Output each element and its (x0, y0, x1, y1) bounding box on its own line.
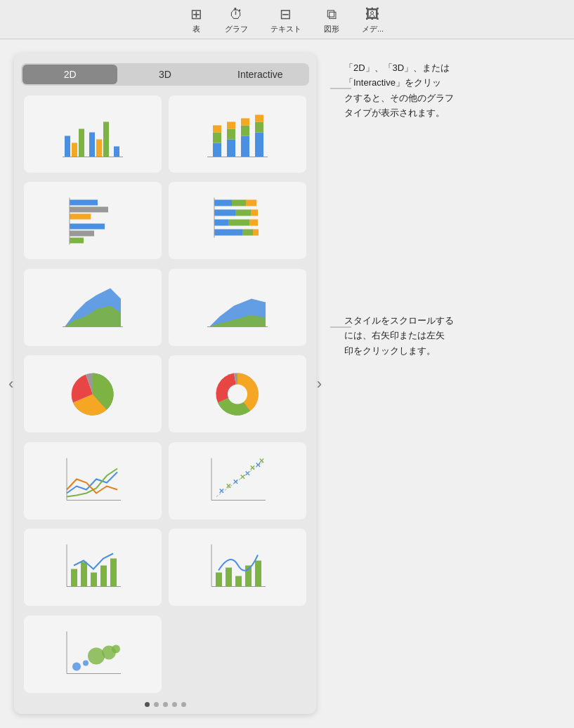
svg-rect-6 (114, 147, 119, 157)
toolbar-table[interactable]: ⊞ 表 (190, 6, 202, 34)
chart-horizontal-bar[interactable] (24, 182, 162, 259)
svg-rect-21 (70, 200, 98, 206)
page-dot-3[interactable] (163, 702, 168, 707)
toolbar-chart[interactable]: ⏱ グラフ (225, 6, 248, 34)
mixed-chart-icon (61, 539, 124, 595)
horizontal-bar-chart-icon (61, 192, 124, 249)
svg-rect-1 (72, 143, 77, 157)
chart-pie[interactable] (24, 355, 162, 432)
stacked-horizontal-bar-chart-icon (206, 192, 269, 249)
scatter-chart-icon: ✕ ✕ ✕ ✕ ✕ ✕ ✕ ✕ (206, 453, 269, 509)
svg-rect-3 (89, 133, 95, 157)
svg-text:✕: ✕ (259, 456, 264, 464)
svg-rect-11 (227, 140, 235, 157)
nav-right-button[interactable]: › (311, 373, 327, 395)
svg-rect-64 (81, 562, 87, 587)
mixed-curve-chart-icon (206, 539, 269, 595)
svg-rect-18 (255, 122, 263, 133)
svg-point-47 (228, 385, 247, 404)
chart-type-tabs: 2D 3D Interactive (21, 63, 309, 86)
page-dot-5[interactable] (181, 702, 186, 707)
svg-rect-65 (91, 573, 97, 587)
media-label: メデ... (362, 24, 384, 34)
svg-rect-5 (103, 122, 109, 157)
tab-2d[interactable]: 2D (22, 65, 117, 84)
svg-point-81 (112, 644, 120, 653)
svg-rect-14 (241, 136, 249, 157)
tab-interactive[interactable]: Interactive (213, 65, 308, 84)
svg-rect-29 (232, 200, 246, 206)
page-dot-1[interactable] (145, 702, 150, 707)
svg-rect-15 (241, 126, 249, 136)
svg-rect-33 (251, 210, 258, 216)
svg-rect-8 (213, 143, 221, 157)
svg-text:✕: ✕ (226, 482, 231, 489)
svg-rect-34 (214, 220, 228, 226)
chart-scatter[interactable]: ✕ ✕ ✕ ✕ ✕ ✕ ✕ ✕ (169, 442, 306, 519)
chart-panel: ‹ 2D 3D Interactive (14, 53, 316, 714)
svg-rect-24 (70, 224, 105, 230)
annotations-panel: 「2D」、「3D」、または 「Interactive」をクリッ クすると、その他… (330, 53, 553, 714)
svg-point-78 (83, 660, 89, 666)
chart-bubble[interactable] (24, 616, 162, 693)
toolbar-shape[interactable]: ⧉ 図形 (324, 6, 339, 34)
svg-rect-72 (235, 576, 242, 587)
connector-lines (330, 53, 553, 714)
svg-point-79 (88, 647, 105, 664)
shape-label: 図形 (324, 24, 339, 34)
chart-line[interactable] (24, 442, 162, 519)
chart-grid: ✕ ✕ ✕ ✕ ✕ ✕ ✕ ✕ (21, 95, 309, 695)
svg-rect-2 (79, 129, 84, 157)
page-dot-2[interactable] (154, 702, 159, 707)
chart-stacked-bar[interactable] (169, 95, 306, 173)
svg-rect-12 (227, 129, 235, 140)
donut-chart-icon (206, 366, 269, 422)
chart-mixed-curve[interactable] (169, 529, 306, 606)
svg-rect-31 (214, 210, 235, 216)
chart-icon: ⏱ (229, 6, 243, 22)
svg-rect-16 (241, 119, 249, 126)
grouped-bar-chart-icon (61, 106, 124, 162)
text-icon: ⊟ (280, 6, 292, 22)
svg-rect-63 (71, 569, 77, 587)
annotation-mid: スタイルをスクロールする には、右矢印または左矢 印をクリックします。 (344, 313, 499, 358)
chart-donut[interactable] (169, 355, 306, 432)
toolbar-media[interactable]: 🖼 メデ... (362, 6, 384, 34)
page-dots (145, 702, 186, 707)
svg-rect-66 (100, 566, 107, 587)
svg-rect-71 (226, 568, 232, 587)
tab-3d[interactable]: 3D (117, 65, 212, 84)
chart-mixed[interactable] (24, 529, 162, 606)
media-icon: 🖼 (365, 6, 379, 22)
svg-rect-4 (96, 140, 102, 157)
annotation-mid-text: スタイルをスクロールする には、右矢印または左矢 印をクリックします。 (344, 313, 499, 358)
svg-rect-37 (214, 230, 242, 236)
svg-rect-26 (70, 238, 84, 244)
chart-stacked-horizontal-bar[interactable] (169, 182, 306, 259)
svg-rect-25 (70, 231, 94, 237)
svg-rect-19 (255, 115, 263, 122)
nav-left-button[interactable]: ‹ (3, 373, 19, 395)
chart-stacked-area[interactable] (169, 269, 306, 346)
page-dot-4[interactable] (172, 702, 177, 707)
chart-label: グラフ (225, 24, 248, 34)
annotation-top: 「2D」、「3D」、または 「Interactive」をクリッ クすると、その他… (344, 60, 499, 121)
text-label: テキスト (270, 24, 301, 34)
chart-area[interactable] (24, 269, 162, 346)
toolbar-text[interactable]: ⊟ テキスト (270, 6, 301, 34)
svg-rect-9 (213, 133, 221, 143)
svg-rect-17 (255, 133, 263, 157)
annotation-top-text: 「2D」、「3D」、または 「Interactive」をクリッ クすると、その他… (344, 60, 499, 121)
svg-text:✕: ✕ (233, 477, 238, 485)
pie-chart-icon (61, 366, 124, 422)
table-label: 表 (193, 24, 200, 34)
svg-rect-22 (70, 207, 108, 213)
svg-rect-23 (70, 214, 91, 220)
svg-rect-67 (110, 559, 117, 587)
chart-grouped-bar[interactable] (24, 95, 162, 173)
svg-point-77 (72, 662, 81, 670)
svg-text:✕: ✕ (218, 487, 224, 494)
area-chart-icon (61, 279, 124, 336)
svg-rect-36 (249, 220, 258, 226)
svg-rect-39 (253, 230, 259, 236)
